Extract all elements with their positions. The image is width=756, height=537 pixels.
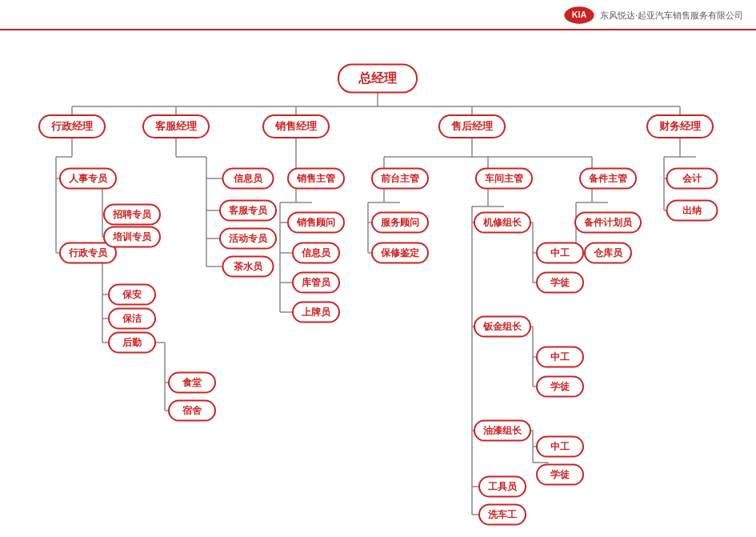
node-shangpai-yuan: 上牌员 — [292, 302, 340, 323]
node-label-xiaoshou-gw: 销售顾问 — [287, 212, 345, 234]
node-fuwu-gw: 服务顾问 — [371, 212, 429, 234]
node-label-chashuiyuan: 茶水员 — [222, 256, 274, 278]
node-label-cangku-yuan: 仓库员 — [584, 242, 632, 264]
node-zhonggong2: 中工 — [536, 347, 584, 368]
node-label-baoan: 保安 — [108, 284, 156, 306]
node-label-gongju-yuan: 工具员 — [478, 476, 526, 498]
node-label-youqi-zz: 油漆组长 — [474, 420, 531, 442]
node-label-baoxiu-jd: 保修鉴定 — [371, 242, 429, 264]
node-label-zhaopin-zy: 招聘专员 — [103, 204, 161, 226]
node-kuaiji: 会计 — [666, 168, 718, 190]
node-label-beijian-jhy: 备件计划员 — [574, 212, 642, 234]
node-xiaoshou-zg: 销售主管 — [287, 168, 345, 190]
node-chejian-zg: 车间主管 — [475, 168, 533, 190]
node-kuguan-yuan: 库管员 — [292, 272, 340, 294]
node-label-root: 总经理 — [338, 64, 418, 94]
company-name: 东风悦达·起亚汽车销售服务有限公司 — [600, 10, 743, 22]
node-jixiu-zz: 机修组长 — [474, 212, 531, 234]
node-label-kuguan-yuan: 库管员 — [292, 272, 340, 294]
node-gongju-yuan: 工具员 — [478, 476, 526, 498]
kia-logo-icon: KIA — [563, 5, 595, 26]
node-label-xiaoshou-zg: 销售主管 — [287, 168, 345, 190]
node-label-shitang: 食堂 — [168, 372, 216, 394]
node-baoan: 保安 — [108, 284, 156, 306]
node-shouhou-jl: 售后经理 — [438, 114, 506, 138]
node-xutu2: 学徒 — [536, 376, 584, 398]
node-baojie: 保洁 — [108, 308, 156, 330]
node-shitang: 食堂 — [168, 372, 216, 394]
node-xiche-gong: 洗车工 — [478, 504, 526, 526]
node-label-peixun-zy: 培训专员 — [103, 226, 161, 248]
node-label-xutu1: 学徒 — [536, 272, 584, 294]
node-label-xinxi-yuan2: 信息员 — [292, 242, 340, 264]
node-label-sushe: 宿舍 — [168, 400, 216, 422]
node-renshi-zy: 人事专员 — [59, 168, 117, 190]
node-chuna: 出纳 — [666, 200, 718, 222]
node-label-beijian-zg: 备件主管 — [579, 168, 637, 190]
node-xutu3: 学徒 — [536, 464, 584, 486]
node-label-shangpai-yuan: 上牌员 — [292, 302, 340, 323]
node-label-zhonggong1: 中工 — [536, 242, 584, 264]
node-label-chuna: 出纳 — [666, 200, 718, 222]
node-cangku-yuan: 仓库员 — [584, 242, 632, 264]
node-label-chejian-zg: 车间主管 — [475, 168, 533, 190]
node-label-xutu3: 学徒 — [536, 464, 584, 486]
node-label-shouhou-jl: 售后经理 — [438, 114, 506, 138]
node-xinxi-yuan2: 信息员 — [292, 242, 340, 264]
node-houqin: 后勤 — [108, 332, 156, 354]
node-label-xiche-gong: 洗车工 — [478, 504, 526, 526]
node-xinxi-yuan: 信息员 — [222, 168, 274, 190]
node-kefu-jl: 客服经理 — [142, 114, 210, 138]
node-peixun-zy: 培训专员 — [103, 226, 161, 248]
header: KIA 东风悦达·起亚汽车销售服务有限公司 — [0, 0, 756, 30]
node-chashuiyuan: 茶水员 — [222, 256, 274, 278]
node-label-xutu2: 学徒 — [536, 376, 584, 398]
node-label-baojie: 保洁 — [108, 308, 156, 330]
node-label-xiaoshou-jl: 销售经理 — [262, 114, 330, 138]
node-huodong-zy: 活动专员 — [219, 228, 277, 250]
node-sushe: 宿舍 — [168, 400, 216, 422]
chart-container: 总经理 行政经理 客服经理 销售经理 售后经理 财务经理 人事专员 行政专员 招… — [0, 30, 756, 537]
node-label-jixiu-zz: 机修组长 — [474, 212, 531, 234]
node-label-xingzheng-jl: 行政经理 — [38, 114, 106, 138]
node-xiaoshou-gw: 销售顾问 — [287, 212, 345, 234]
node-label-zhonggong3: 中工 — [536, 436, 584, 458]
node-label-banjin-zz: 钣金组长 — [474, 316, 531, 338]
node-label-kefu-zy: 客服专员 — [219, 200, 277, 222]
node-xiaoshou-jl: 销售经理 — [262, 114, 330, 138]
node-xutu1: 学徒 — [536, 272, 584, 294]
node-label-kefu-jl: 客服经理 — [142, 114, 210, 138]
logo-area: KIA 东风悦达·起亚汽车销售服务有限公司 — [563, 5, 743, 26]
node-zhaopin-zy: 招聘专员 — [103, 204, 161, 226]
node-root: 总经理 — [338, 64, 418, 94]
node-label-huodong-zy: 活动专员 — [219, 228, 277, 250]
chart-wrapper: 总经理 行政经理 客服经理 销售经理 售后经理 财务经理 人事专员 行政专员 招… — [8, 38, 748, 535]
node-beijian-jhy: 备件计划员 — [574, 212, 642, 234]
node-label-renshi-zy: 人事专员 — [59, 168, 117, 190]
node-qiantai-zg: 前台主管 — [371, 168, 429, 190]
node-label-zhonggong2: 中工 — [536, 347, 584, 368]
node-label-xinxi-yuan: 信息员 — [222, 168, 274, 190]
node-label-caiwu-jl: 财务经理 — [646, 114, 714, 138]
node-beijian-zg: 备件主管 — [579, 168, 637, 190]
svg-text:KIA: KIA — [572, 10, 587, 19]
node-label-houqin: 后勤 — [108, 332, 156, 354]
node-label-fuwu-gw: 服务顾问 — [371, 212, 429, 234]
node-youqi-zz: 油漆组长 — [474, 420, 531, 442]
node-banjin-zz: 钣金组长 — [474, 316, 531, 338]
node-baoxiu-jd: 保修鉴定 — [371, 242, 429, 264]
node-xingzheng-jl: 行政经理 — [38, 114, 106, 138]
node-label-kuaiji: 会计 — [666, 168, 718, 190]
node-label-qiantai-zg: 前台主管 — [371, 168, 429, 190]
node-kefu-zy: 客服专员 — [219, 200, 277, 222]
node-caiwu-jl: 财务经理 — [646, 114, 714, 138]
node-zhonggong1: 中工 — [536, 242, 584, 264]
node-zhonggong3: 中工 — [536, 436, 584, 458]
